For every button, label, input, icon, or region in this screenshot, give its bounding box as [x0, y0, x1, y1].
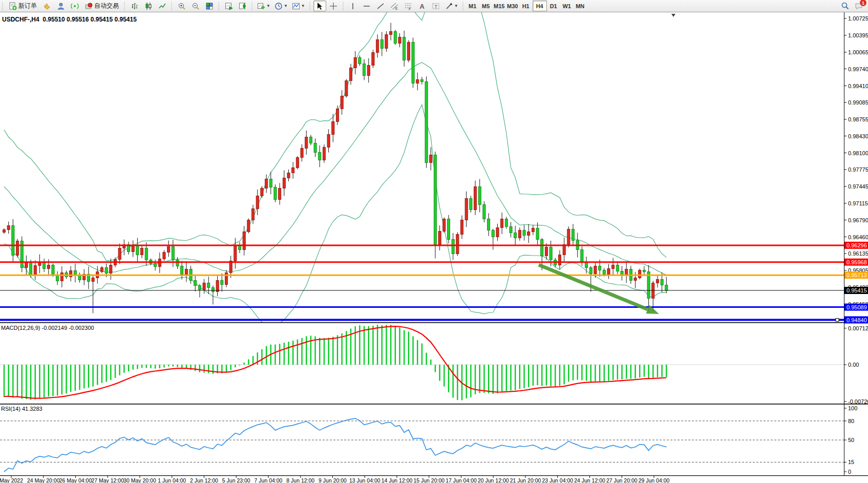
tab-timeframe-w1[interactable]: W1	[560, 1, 574, 11]
notification-badge: 1	[859, 0, 867, 7]
date-tick-label: 13 Jun 04:00	[349, 477, 380, 483]
price-tick-label: 1.00065	[848, 49, 868, 55]
candle-body	[118, 248, 121, 260]
candle-body	[460, 220, 463, 235]
price-tick-label: 0.98755	[848, 116, 868, 122]
zoom-out-icon	[192, 2, 200, 10]
candle-body	[398, 37, 401, 44]
candle-body	[367, 66, 370, 76]
toolbar-grip	[250, 2, 254, 10]
fibonacci-tool[interactable]: F	[402, 1, 415, 11]
toolbar-grip	[170, 2, 174, 10]
tab-timeframe-h4[interactable]: H4	[533, 1, 547, 11]
candle-body	[211, 288, 214, 292]
pane-separator[interactable]	[0, 404, 868, 405]
toolbar-grip	[217, 2, 221, 10]
text-label-tool[interactable]: T	[430, 1, 442, 11]
candle-body	[269, 179, 272, 187]
rsi-axis-label: 100	[848, 405, 857, 411]
candle-body	[483, 205, 485, 219]
candlestick-chart-button[interactable]	[142, 1, 155, 11]
candle-body	[488, 219, 490, 230]
candle-body	[163, 253, 165, 259]
zoom-out-button[interactable]	[189, 1, 202, 11]
bar-chart-button[interactable]	[128, 1, 141, 11]
notifications-button[interactable]: 1	[853, 1, 865, 11]
tab-timeframe-m30[interactable]: M30	[506, 1, 519, 11]
date-tick-label: 24 Jun 12:00	[574, 477, 605, 483]
date-tick-label: 9 Jun 20:00	[319, 477, 347, 483]
tab-timeframe-m5[interactable]: M5	[479, 1, 493, 11]
chart-canvas: 1.007251.003951.000650.997400.994100.990…	[0, 12, 868, 483]
candle-body	[56, 276, 59, 281]
auto-trading-button[interactable]: 自动交易	[82, 1, 121, 11]
date-tick-label: 27 May 12:00	[91, 477, 124, 483]
macd-axis-label: -0.007201	[848, 398, 868, 405]
gold-bar-button[interactable]	[40, 1, 53, 11]
date-tick-label: 15 Jun 20:00	[413, 477, 444, 483]
periods-button[interactable]: ▼	[273, 1, 289, 11]
tab-timeframe-m1[interactable]: M1	[466, 1, 479, 11]
accounts-button[interactable]	[54, 1, 67, 11]
candle-body	[185, 269, 187, 275]
templates-button[interactable]: ▼	[290, 1, 307, 11]
arrow-shape-icon	[445, 2, 453, 10]
candle-body	[319, 153, 321, 160]
candle-body	[16, 241, 18, 256]
equidistant-channel-tool[interactable]: E	[388, 1, 401, 11]
mt4-terminal: 新订单 自动交易	[0, 0, 868, 483]
pane-separator[interactable]	[0, 475, 868, 476]
channel-icon: E	[390, 2, 398, 10]
crosshair-tool[interactable]	[327, 1, 340, 11]
tile-windows-button[interactable]	[203, 1, 216, 11]
candle-body	[465, 199, 468, 220]
tab-timeframe-mn[interactable]: MN	[574, 1, 587, 11]
cursor-tool[interactable]	[313, 1, 326, 11]
price-tick-label: 0.97775	[848, 166, 868, 173]
candle-body	[140, 248, 143, 255]
candle-body	[243, 232, 245, 250]
candle-body	[376, 40, 379, 53]
text-tool[interactable]: A	[416, 1, 429, 11]
price-tick-label: 1.00395	[848, 32, 868, 38]
date-tick-label: 5 Jun 23:00	[222, 477, 250, 483]
rsi-axis-label: 50	[848, 437, 854, 443]
new-order-button[interactable]: 新订单	[6, 1, 39, 11]
vertical-line-tool[interactable]	[347, 1, 359, 11]
zoom-in-button[interactable]	[175, 1, 188, 11]
candle-body	[616, 265, 619, 271]
tab-timeframe-h1[interactable]: H1	[519, 1, 533, 11]
candle-body	[571, 229, 574, 241]
price-tick-label: 0.97115	[848, 200, 868, 206]
candle-body	[496, 228, 499, 237]
pane-separator[interactable]	[0, 322, 868, 323]
date-tick-label: 2 Jun 12:00	[190, 477, 218, 483]
trendline-tool[interactable]	[374, 1, 387, 11]
candle-body	[545, 247, 547, 256]
candle-body	[47, 265, 50, 269]
search-button[interactable]	[839, 1, 852, 11]
price-tick-label: 0.96135	[848, 250, 868, 257]
level-selection-handle[interactable]	[836, 319, 839, 322]
chart-title: USDCHF-,H4 0.95510 0.95516 0.95415 0.954…	[2, 16, 137, 23]
macd-axis-label: 0.00	[848, 362, 859, 368]
chart-area[interactable]: 1.007251.003951.000650.997400.994100.990…	[0, 12, 868, 483]
tab-timeframe-d1[interactable]: D1	[547, 1, 560, 11]
line-chart-button[interactable]	[156, 1, 168, 11]
tab-timeframe-m15[interactable]: M15	[493, 1, 506, 11]
horizontal-line-tool[interactable]	[361, 1, 373, 11]
chart-shift-button[interactable]	[236, 1, 249, 11]
indicators-button[interactable]: ▼	[256, 1, 272, 11]
auto-scroll-button[interactable]	[222, 1, 235, 11]
candle-body	[251, 209, 254, 220]
candle-body	[656, 280, 659, 283]
arrows-tool[interactable]: ▼	[443, 1, 460, 11]
trendline-icon	[376, 2, 385, 10]
svg-text:E: E	[395, 7, 398, 10]
candle-body	[305, 137, 308, 149]
toolbar-grip	[308, 2, 312, 10]
signal-button[interactable]	[68, 1, 81, 11]
rsi-axis-label: 0	[848, 469, 851, 475]
svg-text:F: F	[409, 7, 411, 10]
candle-body	[154, 264, 157, 267]
